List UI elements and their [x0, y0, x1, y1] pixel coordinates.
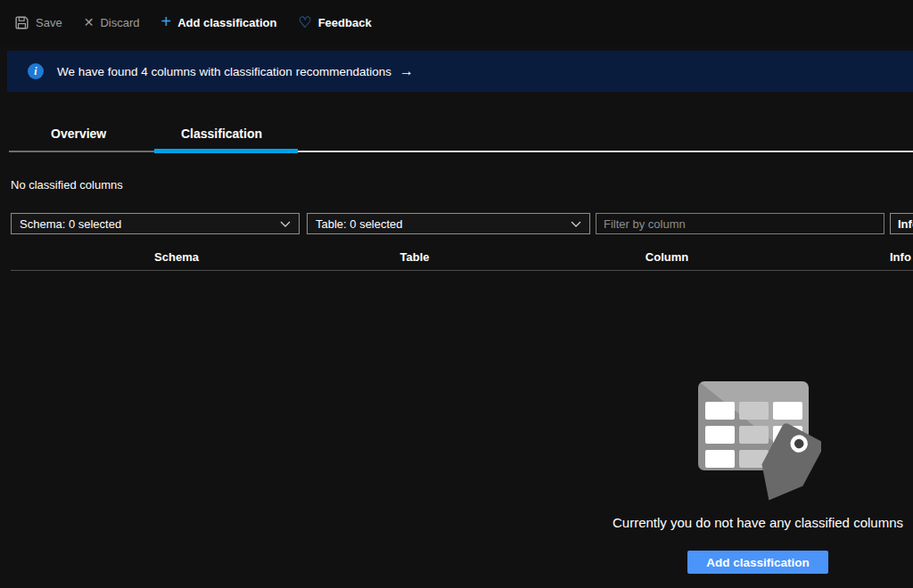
save-icon — [14, 15, 29, 30]
save-label: Save — [36, 16, 62, 29]
column-header-schema: Schema — [154, 250, 199, 264]
command-bar: Save ✕ Discard + Add classification ♡ Fe… — [0, 0, 913, 45]
tab-divider-left — [9, 151, 154, 152]
column-filter-input[interactable] — [596, 213, 884, 234]
feedback-label: Feedback — [318, 16, 372, 29]
arrow-right-icon: → — [399, 63, 414, 79]
info-type-filter-dropdown[interactable]: Info — [890, 213, 913, 234]
table-header-divider — [11, 270, 913, 271]
tab-classification[interactable]: Classification — [181, 127, 262, 141]
discard-label: Discard — [100, 16, 139, 29]
chevron-down-icon — [571, 221, 581, 227]
discard-x-icon: ✕ — [84, 16, 95, 29]
info-icon: i — [28, 63, 44, 79]
recommendations-banner: i We have found 4 columns with classific… — [7, 51, 913, 92]
save-button[interactable]: Save — [14, 15, 62, 30]
plus-icon: + — [160, 12, 171, 30]
table-filter-value: Table: 0 selected — [316, 217, 403, 231]
add-classification-label: Add classification — [177, 16, 276, 29]
schema-filter-value: Schema: 0 selected — [20, 217, 121, 231]
chevron-down-icon — [280, 221, 291, 227]
column-header-info: Info — [890, 250, 911, 264]
column-header-table: Table — [400, 250, 430, 264]
info-type-filter-value: Info — [898, 217, 913, 231]
add-classification-toolbar-button[interactable]: + Add classification — [160, 14, 276, 30]
table-tag-icon — [696, 378, 821, 502]
tab-overview[interactable]: Overview — [51, 127, 106, 141]
schema-filter-dropdown[interactable]: Schema: 0 selected — [11, 213, 300, 234]
add-classification-button[interactable]: Add classification — [687, 551, 828, 574]
heart-icon: ♡ — [298, 15, 311, 30]
table-filter-dropdown[interactable]: Table: 0 selected — [307, 213, 590, 234]
discard-button[interactable]: ✕ Discard — [84, 16, 140, 29]
empty-state-message: Currently you do not have any classified… — [535, 515, 913, 530]
feedback-button[interactable]: ♡ Feedback — [298, 15, 371, 30]
tab-divider-right — [298, 151, 913, 152]
active-tab-underline — [154, 149, 298, 153]
data-classification-page: Save ✕ Discard + Add classification ♡ Fe… — [0, 0, 913, 588]
recommendations-link[interactable]: We have found 4 columns with classificat… — [57, 63, 414, 79]
column-header-column: Column — [646, 250, 688, 264]
classified-count-status: No classified columns — [11, 178, 123, 192]
recommendations-text: We have found 4 columns with classificat… — [57, 65, 391, 78]
